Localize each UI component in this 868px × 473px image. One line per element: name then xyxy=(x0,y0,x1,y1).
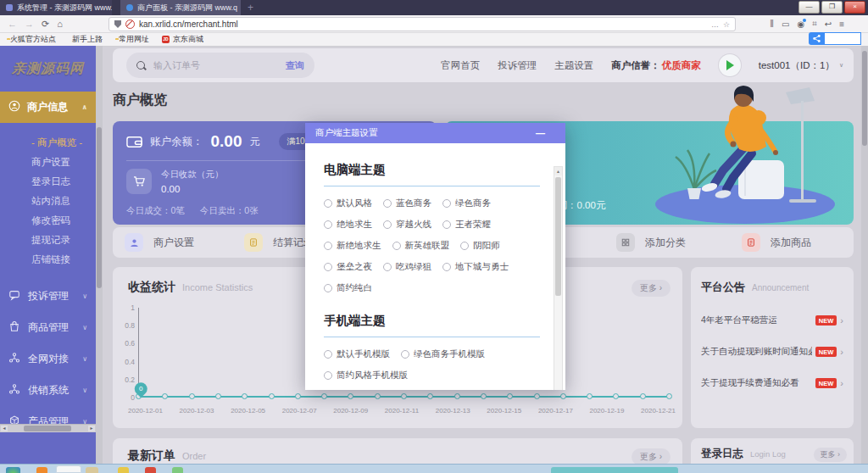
sidebar-group[interactable]: 投诉管理∨ xyxy=(0,281,96,312)
radio-icon[interactable] xyxy=(442,263,451,271)
sidebar-group[interactable]: 产品管理∨ xyxy=(0,406,96,437)
order-search-box[interactable]: 查询 xyxy=(126,53,314,78)
nav-link[interactable]: 官网首页 xyxy=(441,59,480,72)
site-logo[interactable]: 亲测源码网 xyxy=(0,46,96,92)
modal-scrollbar[interactable]: ▲ ▼ xyxy=(554,166,563,390)
theme-option[interactable]: 堡垒之夜 xyxy=(324,261,372,273)
scrollbar-thumb[interactable] xyxy=(97,127,102,288)
sidebar-group[interactable]: 商品管理∨ xyxy=(0,312,96,343)
scroll-left-icon[interactable]: ◄ xyxy=(1,426,8,431)
sidebar-group-merchant-info[interactable]: 商户信息 ∧ xyxy=(0,92,96,123)
theme-option[interactable]: 吃鸡绿狙 xyxy=(383,261,431,273)
taskbar-item[interactable] xyxy=(36,467,47,473)
user-menu[interactable]: test001（ID：1） ∨ xyxy=(759,59,843,72)
theme-option[interactable]: 绿色商务手机模版 xyxy=(401,348,485,360)
more-button[interactable]: 更多 › xyxy=(632,448,670,465)
sidebar-toggle-icon[interactable]: ▭ xyxy=(782,19,789,29)
forward-icon[interactable]: → xyxy=(25,19,34,29)
search-input[interactable] xyxy=(152,59,279,71)
quick-action[interactable]: 添加分类 xyxy=(616,233,686,252)
scroll-up-icon[interactable]: ▲ xyxy=(554,167,562,175)
browser-tab-inactive[interactable]: 系统管理 - 亲测源码网 www.q × xyxy=(0,0,112,15)
home-icon[interactable]: ⌂ xyxy=(57,19,63,29)
permission-blocked-icon[interactable] xyxy=(125,19,135,29)
back-icon[interactable]: ← xyxy=(8,19,17,29)
radio-icon[interactable] xyxy=(324,284,332,292)
announcement-item[interactable]: 关于提现手续费通知必看NEW› xyxy=(701,377,843,389)
window-minimize-button[interactable]: — xyxy=(798,1,820,14)
taskbar-item[interactable] xyxy=(56,465,81,473)
sidebar-vertical-scrollbar[interactable] xyxy=(96,46,103,465)
bookmark-item[interactable]: 火狐官方站点 xyxy=(7,34,56,45)
nav-link[interactable]: 主题设置 xyxy=(554,59,593,72)
radio-icon[interactable] xyxy=(383,199,392,208)
page-vertical-scrollbar[interactable] xyxy=(861,46,868,465)
search-button[interactable]: 查询 xyxy=(286,59,304,72)
quick-action[interactable]: 结算记录 xyxy=(244,233,314,252)
theme-option[interactable]: 绿色商务 xyxy=(442,198,491,209)
radio-icon[interactable] xyxy=(460,242,469,250)
announcement-item[interactable]: 4年老平台平稳营运NEW› xyxy=(701,314,843,326)
sidebar-group[interactable]: 全网对接∨ xyxy=(0,343,96,375)
announcement-item[interactable]: 关于自动提现到账时间通知必看NEW› xyxy=(701,346,843,358)
browser-tab-active[interactable]: 商户面板 - 亲测源码网 www.q × xyxy=(120,0,241,15)
taskbar-item[interactable] xyxy=(86,467,98,473)
radio-icon[interactable] xyxy=(392,242,401,250)
menu-hamburger-icon[interactable]: ≡ xyxy=(839,19,844,29)
scrollbar-thumb[interactable] xyxy=(24,426,71,431)
theme-option[interactable]: 默认风格 xyxy=(324,198,372,209)
radio-icon[interactable] xyxy=(324,220,332,229)
library-icon[interactable]: ⫼ xyxy=(770,19,774,29)
radio-icon[interactable] xyxy=(401,350,409,359)
modal-titlebar[interactable]: 商户端主题设置 — xyxy=(305,123,565,143)
reload-icon[interactable]: ⟳ xyxy=(42,19,49,30)
sidebar-subitem[interactable]: 商户概览 xyxy=(0,133,96,153)
theme-option[interactable]: 绝地求生 xyxy=(324,219,372,231)
avatar[interactable] xyxy=(719,54,741,76)
tracking-shield-icon[interactable] xyxy=(114,20,121,28)
taskbar-item[interactable] xyxy=(551,467,678,473)
scrollbar-thumb[interactable] xyxy=(862,51,867,146)
scrollbar-thumb[interactable] xyxy=(555,177,561,296)
radio-icon[interactable] xyxy=(442,199,451,208)
sidebar-subitem[interactable]: 修改密码 xyxy=(0,211,96,231)
bookmark-item[interactable]: JD京东商城 xyxy=(162,34,203,45)
bookmark-item[interactable]: 新手上路 xyxy=(69,34,103,45)
minimize-icon[interactable]: — xyxy=(536,128,555,138)
theme-option[interactable]: 王者荣耀 xyxy=(442,219,491,231)
share-icon[interactable] xyxy=(809,32,825,45)
bookmark-star-icon[interactable]: ☆ xyxy=(723,20,730,29)
history-back-icon[interactable]: ↩ xyxy=(825,19,832,29)
nav-link[interactable]: 投诉管理 xyxy=(498,59,537,72)
more-button[interactable]: 更多 › xyxy=(814,448,848,462)
radio-icon[interactable] xyxy=(324,242,332,250)
radio-icon[interactable] xyxy=(324,371,332,380)
sidebar-subitem[interactable]: 店铺链接 xyxy=(0,250,96,270)
widget-input[interactable] xyxy=(825,32,861,45)
theme-option[interactable]: 新绝地求生 xyxy=(324,240,381,252)
theme-option[interactable]: 蓝色商务 xyxy=(383,198,431,209)
sidebar-group[interactable]: 供销系统∨ xyxy=(0,375,96,406)
window-close-button[interactable]: × xyxy=(844,1,865,14)
sidebar-subitem[interactable]: 登录日志 xyxy=(0,172,96,192)
url-bar[interactable]: kan.xrlid.cn/merchant.html … ☆ xyxy=(108,17,736,31)
theme-option[interactable]: 简约纯白 xyxy=(324,282,372,294)
radio-icon[interactable] xyxy=(324,199,332,208)
radio-icon[interactable] xyxy=(324,263,332,271)
radio-icon[interactable] xyxy=(324,350,332,359)
window-maximize-button[interactable]: ❒ xyxy=(821,1,843,14)
start-button[interactable] xyxy=(6,467,20,473)
scroll-right-icon[interactable]: ► xyxy=(88,426,95,431)
screenshot-icon[interactable]: ⌗ xyxy=(812,19,817,29)
taskbar-item[interactable] xyxy=(118,467,129,473)
sidebar-horizontal-scrollbar[interactable]: ◄ ► xyxy=(0,424,96,432)
quick-action[interactable]: 商户设置 xyxy=(125,233,194,252)
theme-option[interactable]: 简约风格手机模版 xyxy=(324,370,408,381)
sidebar-subitem[interactable]: 站内消息 xyxy=(0,192,96,211)
taskbar-item[interactable] xyxy=(172,467,183,473)
taskbar-item[interactable] xyxy=(145,467,156,473)
more-button[interactable]: 更多 › xyxy=(632,280,670,297)
radio-icon[interactable] xyxy=(383,263,392,271)
sidebar-subitem[interactable]: 提现记录 xyxy=(0,231,96,250)
theme-option[interactable]: 地下城与勇士 xyxy=(442,261,509,273)
